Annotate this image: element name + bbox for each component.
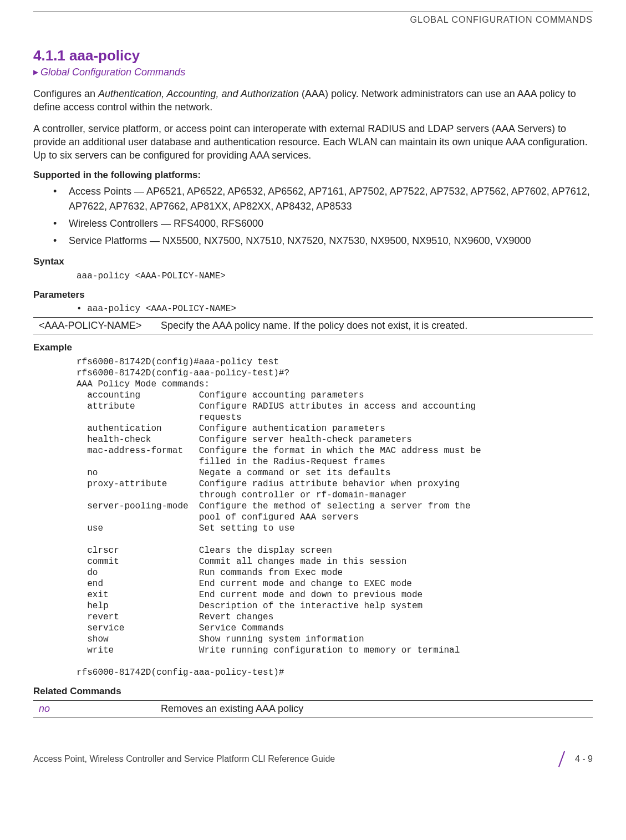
related-cmd-desc: Removes an existing AAA policy — [155, 701, 593, 717]
list-item: Service Platforms — NX5500, NX7500, NX75… — [53, 233, 593, 248]
intro-paragraph-1: Configures an Authentication, Accounting… — [33, 87, 593, 114]
footer-guide-title: Access Point, Wireless Controller and Se… — [33, 754, 335, 764]
related-commands-head: Related Commands — [33, 686, 593, 697]
supported-platforms-head: Supported in the following platforms: — [33, 170, 593, 181]
syntax-line: aaa-policy <AAA-POLICY-NAME> — [77, 271, 593, 282]
intro-paragraph-2: A controller, service platform, or acces… — [33, 122, 593, 162]
breadcrumb-arrow-icon: ▶ — [33, 68, 38, 76]
footer-page-number: 4 - 9 — [575, 754, 593, 764]
list-item: Wireless Controllers — RFS4000, RFS6000 — [53, 216, 593, 231]
related-cmd-name[interactable]: no — [33, 701, 155, 717]
table-row: <AAA-POLICY-NAME> Specify the AAA policy… — [33, 318, 593, 334]
example-block: rfs6000-81742D(config)#aaa-policy test r… — [77, 357, 593, 678]
supported-platforms-list: Access Points — AP6521, AP6522, AP6532, … — [53, 184, 593, 248]
syntax-head: Syntax — [33, 256, 593, 267]
param-desc-cell: Specify the AAA policy name. If the poli… — [155, 318, 593, 334]
param-name-cell: <AAA-POLICY-NAME> — [33, 318, 155, 334]
table-row: no Removes an existing AAA policy — [33, 701, 593, 717]
running-head: GLOBAL CONFIGURATION COMMANDS — [33, 15, 593, 25]
parameters-table: <AAA-POLICY-NAME> Specify the AAA policy… — [33, 317, 593, 334]
breadcrumb[interactable]: ▶Global Configuration Commands — [33, 67, 593, 78]
header-rule — [33, 11, 593, 12]
breadcrumb-label: Global Configuration Commands — [40, 67, 185, 78]
list-item: Access Points — AP6521, AP6522, AP6532, … — [53, 184, 593, 214]
parameters-head: Parameters — [33, 289, 593, 301]
example-head: Example — [33, 342, 593, 353]
page-footer: Access Point, Wireless Controller and Se… — [33, 751, 593, 767]
footer-slash-icon — [553, 751, 569, 767]
intro-paragraph-1a: Configures an — [33, 88, 98, 99]
section-title: 4.1.1 aaa-policy — [33, 47, 593, 64]
parameters-bullet: • aaa-policy <AAA-POLICY-NAME> — [77, 304, 593, 314]
related-commands-table: no Removes an existing AAA policy — [33, 700, 593, 717]
intro-paragraph-1-em: Authentication, Accounting, and Authoriz… — [98, 88, 299, 99]
